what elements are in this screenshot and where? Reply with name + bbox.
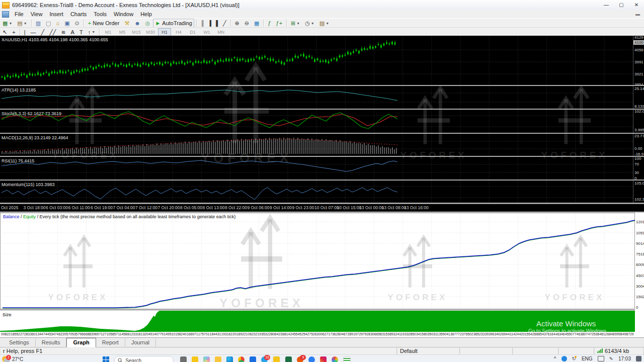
language-indicator[interactable]: ENG xyxy=(582,356,593,361)
price-axis[interactable]: 41294100405939913921385425.148.132102.03… xyxy=(633,36,644,203)
autotrading-button[interactable]: ►AutoTrading xyxy=(153,19,194,28)
time-axis[interactable]: Oct 20253 Oct 18:006 Oct 03:006 Oct 11:0… xyxy=(0,204,644,212)
taskbar-clock[interactable]: 17:03 xyxy=(618,356,631,361)
tester-y-label: 7511 xyxy=(636,252,644,256)
file-explorer-icon[interactable] xyxy=(215,356,221,362)
price-axis-label: 25.14 xyxy=(634,86,644,91)
indicators-button[interactable]: ƒ xyxy=(266,19,273,28)
yoforex-watermark-text: YOFOREX xyxy=(545,293,605,302)
experts-button[interactable]: ☻ xyxy=(132,19,142,28)
terminal-button[interactable]: ▣ xyxy=(62,19,71,28)
shapes-button[interactable]: ↑▼ xyxy=(86,28,97,37)
crosshair-tool-button[interactable]: + xyxy=(10,28,17,37)
label-tool-button[interactable]: T xyxy=(77,28,85,37)
pane-separator[interactable] xyxy=(0,203,644,204)
tab-results[interactable]: Results xyxy=(36,338,67,347)
menu-insert[interactable]: Insert xyxy=(46,11,67,18)
close-button[interactable]: ✕ xyxy=(629,1,644,10)
input-indicator-icon[interactable] xyxy=(598,356,604,361)
telegram-app-icon[interactable]: 33 xyxy=(261,356,268,362)
tab-report[interactable]: Report xyxy=(96,338,125,347)
strategy-tester-button[interactable]: ⊙ xyxy=(73,19,82,28)
line-chart-mode-button[interactable]: ╱ xyxy=(221,19,228,28)
menu-file[interactable]: File xyxy=(11,11,27,18)
excel-app-icon[interactable] xyxy=(285,356,292,362)
tray-chevron-icon[interactable]: ^ xyxy=(554,356,556,361)
new-order-button[interactable]: +New Order xyxy=(86,19,122,28)
market-watch-button[interactable]: ▥ xyxy=(34,19,43,28)
taskview-app-icon[interactable] xyxy=(180,356,187,362)
menu-tools[interactable]: Tools xyxy=(90,11,110,18)
navigator-button[interactable]: ⌂ xyxy=(54,19,62,28)
tab-graph[interactable]: Graph xyxy=(66,338,96,347)
pane-separator[interactable] xyxy=(0,156,644,157)
trendline-button[interactable]: ╱ xyxy=(39,28,47,37)
zoom-in-button[interactable]: ⊕ xyxy=(233,19,242,28)
menu-help[interactable]: Help xyxy=(137,11,155,18)
orange-app-icon[interactable]: 9 xyxy=(297,356,303,362)
maximize-button[interactable]: ▢ xyxy=(614,1,629,10)
price-chart-canvas[interactable]: YOFOREXYOFOREXYOFOREXYOFOREXXAUUSD,H1 41… xyxy=(0,36,633,203)
channel-button[interactable]: ╱╱ xyxy=(47,28,58,37)
activate-windows-watermark: Activate Windows xyxy=(536,319,596,328)
store-app-icon[interactable] xyxy=(250,356,256,362)
profiles-button[interactable]: ▤▼ xyxy=(15,19,29,28)
clock-app-icon[interactable] xyxy=(308,356,315,362)
candlestick-mode-button[interactable]: ▍▐ xyxy=(208,19,220,28)
timeframe-m5[interactable]: M5 xyxy=(116,28,129,36)
templates-button[interactable]: ▨▼ xyxy=(317,19,331,28)
zoom-out-button[interactable]: ⊖ xyxy=(243,19,251,28)
news-button[interactable]: ◎ xyxy=(143,19,152,28)
copilot-app-icon[interactable] xyxy=(203,356,210,362)
menu-view[interactable]: View xyxy=(27,11,46,18)
instagram-app-icon[interactable] xyxy=(320,356,327,362)
pane-separator[interactable] xyxy=(0,85,644,86)
minimize-button[interactable]: — xyxy=(599,1,614,10)
pane-separator[interactable] xyxy=(0,133,644,134)
bar-chart-mode-button[interactable]: ║ xyxy=(199,19,207,28)
timeframe-m15[interactable]: M15 xyxy=(130,28,143,36)
pane-separator[interactable] xyxy=(0,109,644,110)
menu-charts[interactable]: Charts xyxy=(67,11,90,18)
timeframe-h1[interactable]: H1 xyxy=(158,28,171,36)
tester-graph-canvas[interactable]: YOFOREXYOFOREXYOFOREXYOFOREXSize xyxy=(0,213,635,332)
start-button[interactable] xyxy=(103,356,109,362)
metaeditor-button[interactable]: ⚒ xyxy=(122,19,131,28)
edge-browser-icon[interactable] xyxy=(226,356,233,362)
timeframe-w1[interactable]: W1 xyxy=(200,28,213,36)
mt4-app-icon[interactable] xyxy=(192,356,198,362)
mt4-running-app-icon[interactable] xyxy=(273,356,280,362)
timeframe-m1[interactable]: M1 xyxy=(102,28,115,36)
menu-window[interactable]: Window xyxy=(110,11,137,18)
indicator-list-button[interactable]: ƒ+ xyxy=(274,19,285,28)
periods-button[interactable]: ◷▼ xyxy=(303,19,316,28)
add-indicator-button[interactable]: ⊞▼ xyxy=(289,19,302,28)
photos-app-icon[interactable] xyxy=(332,356,338,362)
data-window-button[interactable]: ▢ xyxy=(44,19,53,28)
fibonacci-button[interactable]: ≋ xyxy=(59,28,67,37)
tile-windows-button[interactable]: ▦ xyxy=(252,19,261,28)
notification-icon[interactable] xyxy=(636,356,641,361)
timeframe-m30[interactable]: M30 xyxy=(144,28,157,36)
child-window-restore-icon[interactable]: ▬ xyxy=(635,12,640,17)
weather-widget[interactable]: 2 27°C xyxy=(2,355,23,362)
chrome-browser-icon[interactable] xyxy=(238,356,245,362)
tab-journal[interactable]: Journal xyxy=(125,338,156,347)
cursor-tool-button[interactable]: ↖ xyxy=(1,28,9,37)
timeframe-mn[interactable]: MN xyxy=(214,28,227,36)
pen-icon[interactable]: ✎ xyxy=(609,356,613,361)
onedrive-icon[interactable] xyxy=(561,356,567,361)
timeframe-d1[interactable]: D1 xyxy=(186,28,199,36)
horizontal-line-button[interactable]: — xyxy=(29,28,38,37)
sync-icon[interactable]: ↻ xyxy=(572,356,577,361)
text-tool-button[interactable]: A xyxy=(69,28,76,37)
tab-settings[interactable]: Settings xyxy=(3,338,36,347)
pane-separator[interactable] xyxy=(0,179,644,180)
search-input[interactable]: Search xyxy=(114,356,174,362)
timeframe-h4[interactable]: H4 xyxy=(172,28,185,36)
vertical-line-button[interactable]: | xyxy=(22,28,28,37)
status-profile[interactable]: Default xyxy=(397,347,460,355)
window-title: 69649962: Exness-Trial8 - Demo Account -… xyxy=(12,2,239,8)
notes-app-icon[interactable] xyxy=(343,356,351,362)
new-chart-button[interactable]: ▦▼ xyxy=(1,19,14,28)
